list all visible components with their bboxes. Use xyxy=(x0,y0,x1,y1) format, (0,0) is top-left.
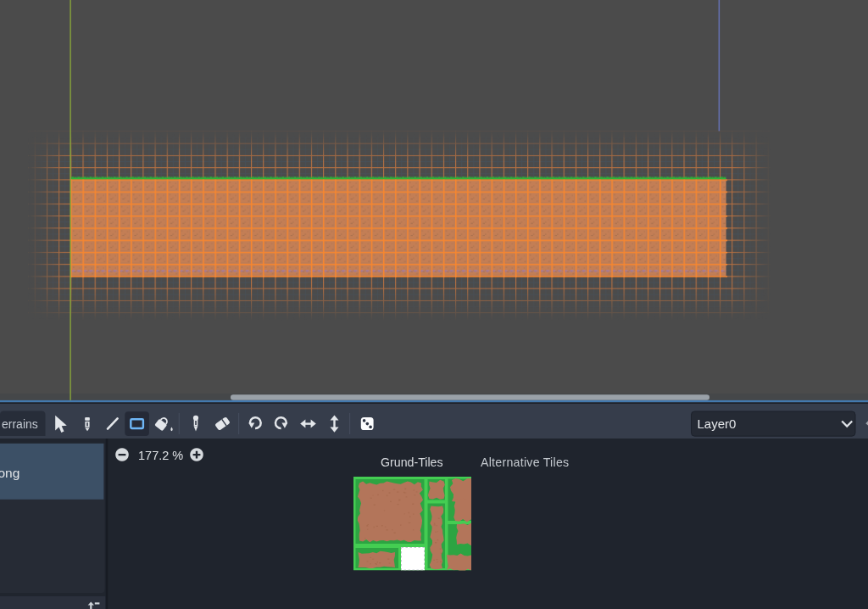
svg-text:Layer0: Layer0 xyxy=(698,416,737,431)
svg-text:177.2 %: 177.2 % xyxy=(138,449,183,462)
svg-text:Grund-Tiles: Grund-Tiles xyxy=(381,455,443,469)
svg-text:ong: ong xyxy=(0,466,19,480)
svg-text:errains: errains xyxy=(2,417,38,431)
svg-text:Alternative Tiles: Alternative Tiles xyxy=(481,455,569,469)
